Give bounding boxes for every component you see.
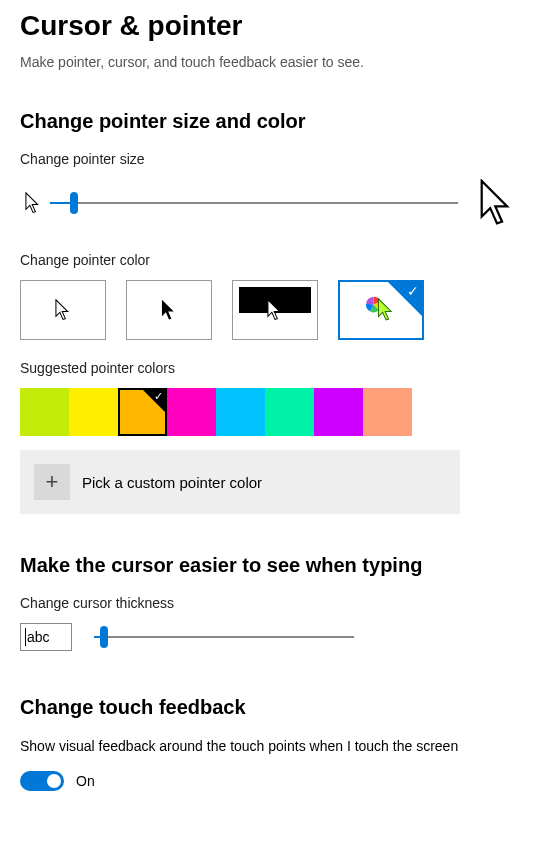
pointer-color-black[interactable] bbox=[126, 280, 212, 340]
custom-color-panel[interactable]: + Pick a custom pointer color bbox=[20, 450, 460, 514]
label-cursor-thickness: Change cursor thickness bbox=[20, 595, 522, 611]
color-swatch-2[interactable]: ✓ bbox=[118, 388, 167, 436]
color-swatch-5[interactable] bbox=[265, 388, 314, 436]
label-pointer-color: Change pointer color bbox=[20, 252, 522, 268]
label-pointer-size: Change pointer size bbox=[20, 151, 522, 167]
cursor-small-icon bbox=[20, 192, 46, 214]
pointer-color-custom[interactable]: ✓ bbox=[338, 280, 424, 340]
touch-description: Show visual feedback around the touch po… bbox=[20, 737, 470, 757]
color-swatch-7[interactable] bbox=[363, 388, 412, 436]
color-swatch-4[interactable] bbox=[216, 388, 265, 436]
page-title: Cursor & pointer bbox=[20, 10, 522, 42]
color-swatch-0[interactable] bbox=[20, 388, 69, 436]
color-swatch-3[interactable] bbox=[167, 388, 216, 436]
color-swatch-1[interactable] bbox=[69, 388, 118, 436]
pointer-color-inverted[interactable] bbox=[232, 280, 318, 340]
custom-color-label: Pick a custom pointer color bbox=[82, 474, 262, 491]
touch-feedback-toggle[interactable] bbox=[20, 771, 64, 791]
color-swatch-6[interactable] bbox=[314, 388, 363, 436]
page-subtitle: Make pointer, cursor, and touch feedback… bbox=[20, 54, 522, 70]
section-cursor: Make the cursor easier to see when typin… bbox=[20, 554, 522, 577]
plus-icon[interactable]: + bbox=[34, 464, 70, 500]
section-touch: Change touch feedback bbox=[20, 696, 522, 719]
section-size-color: Change pointer size and color bbox=[20, 110, 522, 133]
check-icon: ✓ bbox=[407, 284, 419, 298]
pointer-color-white[interactable] bbox=[20, 280, 106, 340]
cursor-large-icon bbox=[472, 179, 522, 227]
check-icon: ✓ bbox=[154, 391, 163, 402]
cursor-thickness-slider[interactable] bbox=[94, 625, 354, 649]
touch-toggle-label: On bbox=[76, 773, 95, 789]
thickness-preview: abc bbox=[20, 623, 72, 651]
pointer-size-slider[interactable] bbox=[50, 191, 458, 215]
label-suggested-colors: Suggested pointer colors bbox=[20, 360, 522, 376]
